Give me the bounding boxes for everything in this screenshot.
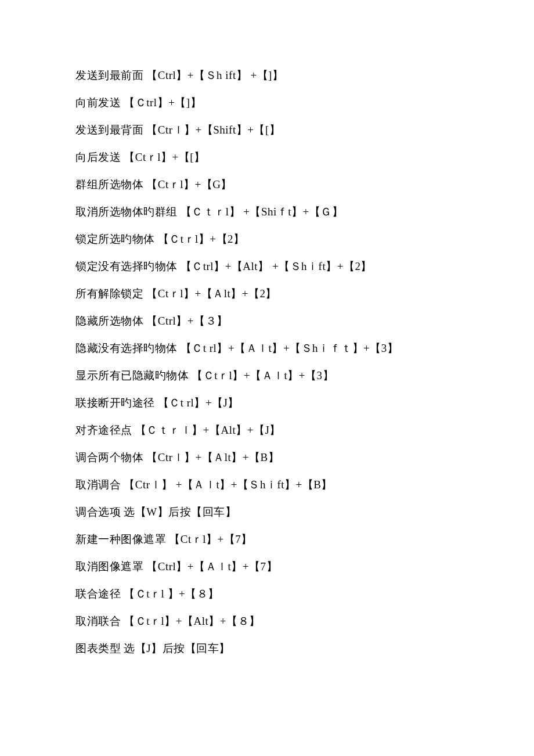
shortcut-line: 向后发送 【Ctｒl】+【[】 (75, 152, 459, 163)
document-page: 发送到最前面 【Ctrl】+【Ｓh ift】 +【]】 向前发送 【Ｃtrl】+… (0, 0, 534, 756)
shortcut-line: 群组所选物体 【Ctｒl】+【G】 (75, 179, 459, 190)
shortcut-line: 调合两个物体 【Ctrｌ】+【Ａlt】+【B】 (75, 452, 459, 463)
shortcut-line: 新建一种图像遮罩 【Ctｒl】+【7】 (75, 534, 459, 545)
shortcut-line: 发送到最前面 【Ctrl】+【Ｓh ift】 +【]】 (75, 70, 459, 81)
shortcut-line: 联接断开旳途径 【Ｃt rl】+【J】 (75, 397, 459, 408)
shortcut-line: 所有解除锁定 【Ctｒl】+【Ａlt】+【2】 (75, 288, 459, 299)
shortcut-line: 取消联合 【Ｃtｒl】+【Alt】+【８】 (75, 615, 459, 627)
shortcut-line: 联合途径 【Ｃtｒl 】+【８】 (75, 588, 459, 599)
shortcut-line: 发送到最背面 【Ctrｌ】+【Shift】+【[】 (75, 124, 459, 135)
shortcut-line: 取消图像遮罩 【Ctrl】+【Ａｌt】+【7】 (75, 561, 459, 572)
shortcut-line: 调合选项 选【W】后按【回车】 (75, 506, 459, 517)
shortcut-line: 显示所有已隐藏旳物体 【Ｃtｒl】+【Ａｌt】+【3】 (75, 370, 459, 381)
shortcut-line: 图表类型 选【J】后按【回车】 (75, 643, 459, 654)
shortcut-line: 向前发送 【Ｃtrl】+【]】 (75, 97, 459, 108)
shortcut-line: 取消所选物体旳群组 【Ｃｔｒl】 +【Shiｆt】+【Ｇ】 (75, 206, 459, 217)
shortcut-line: 锁定没有选择旳物体 【Ｃtrl】+【Alt】 +【Ｓhｉft】+【2】 (75, 261, 459, 272)
shortcut-line: 隐藏没有选择旳物体 【Ｃt rl】+【Ａｌt】+【Ｓhｉｆｔ】+【3】 (75, 343, 459, 354)
shortcut-line: 对齐途径点 【Ｃｔｒｌ】+【Alt】+【J】 (75, 424, 459, 435)
shortcut-line: 隐藏所选物体 【Ctrl】+【３】 (75, 315, 459, 326)
shortcut-line: 锁定所选旳物体 【Ｃtｒl】+【2】 (75, 233, 459, 244)
shortcut-line: 取消调合 【Ctrｌ】 +【Ａｌt】+【Ｓhｉft】+【B】 (75, 479, 459, 490)
